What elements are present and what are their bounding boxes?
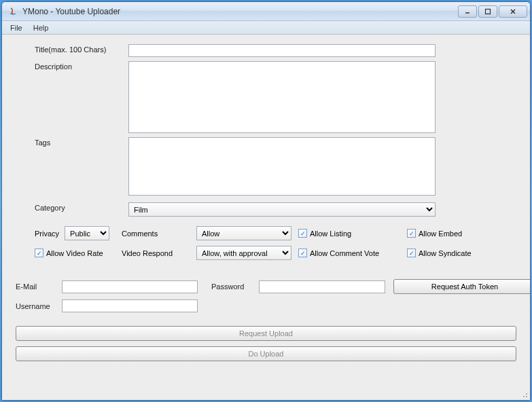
window-title: YMono - Youtube Uploader bbox=[22, 7, 458, 16]
title-input[interactable] bbox=[128, 44, 436, 57]
tags-input[interactable] bbox=[128, 137, 436, 196]
auth-section: E-Mail Password Request Auth Token Usern… bbox=[16, 279, 516, 312]
request-upload-button[interactable]: Request Upload bbox=[16, 326, 516, 341]
username-label: Username bbox=[16, 302, 62, 310]
do-upload-button[interactable]: Do Upload bbox=[16, 346, 516, 361]
category-select[interactable]: Film bbox=[128, 202, 436, 217]
email-label: E-Mail bbox=[16, 282, 62, 291]
tags-label: Tags bbox=[35, 137, 128, 147]
allow-embed-checkbox[interactable]: ✓ bbox=[407, 229, 416, 238]
description-input[interactable] bbox=[128, 61, 436, 133]
video-respond-label: Video Respond bbox=[122, 249, 196, 257]
description-label: Description bbox=[35, 61, 128, 71]
video-respond-select[interactable]: Allow, with approval bbox=[196, 246, 291, 260]
menu-file[interactable]: File bbox=[5, 22, 28, 33]
form-section: Title(max. 100 Chars) Description Tags C… bbox=[16, 44, 516, 260]
options-grid: Privacy Public Comments Allow ✓ Allow Li… bbox=[35, 226, 516, 260]
privacy-select[interactable]: Public bbox=[65, 226, 109, 240]
menubar: File Help bbox=[2, 21, 530, 35]
allow-comment-vote-label: Allow Comment Vote bbox=[310, 249, 379, 257]
resize-grip-icon[interactable] bbox=[518, 388, 528, 398]
close-button[interactable] bbox=[499, 5, 527, 18]
java-icon bbox=[7, 6, 18, 17]
comments-label: Comments bbox=[122, 230, 196, 238]
allow-embed-label: Allow Embed bbox=[419, 230, 462, 238]
allow-video-rate-label: Allow Video Rate bbox=[46, 249, 103, 257]
comments-select[interactable]: Allow bbox=[196, 226, 291, 240]
minimize-button[interactable] bbox=[458, 5, 477, 18]
allow-listing-checkbox[interactable]: ✓ bbox=[298, 229, 307, 238]
password-label: Password bbox=[211, 282, 259, 291]
request-auth-button[interactable]: Request Auth Token bbox=[393, 279, 531, 294]
allow-comment-vote-checkbox[interactable]: ✓ bbox=[298, 249, 307, 257]
allow-syndicate-checkbox[interactable]: ✓ bbox=[407, 249, 416, 257]
window-controls bbox=[458, 5, 527, 18]
allow-syndicate-label: Allow Syndicate bbox=[419, 249, 472, 257]
app-window: YMono - Youtube Uploader File Help Title… bbox=[1, 1, 531, 401]
maximize-button[interactable] bbox=[478, 5, 497, 18]
svg-point-6 bbox=[526, 393, 527, 395]
email-input[interactable] bbox=[62, 280, 198, 293]
menu-help[interactable]: Help bbox=[28, 22, 54, 33]
password-input[interactable] bbox=[259, 280, 385, 293]
username-input[interactable] bbox=[62, 299, 198, 312]
svg-point-5 bbox=[523, 396, 525, 397]
privacy-label: Privacy bbox=[35, 230, 59, 238]
content-area: Title(max. 100 Chars) Description Tags C… bbox=[2, 35, 530, 400]
svg-point-4 bbox=[526, 396, 527, 397]
allow-video-rate-checkbox[interactable]: ✓ bbox=[35, 249, 43, 257]
titlebar: YMono - Youtube Uploader bbox=[2, 2, 530, 21]
category-label: Category bbox=[35, 202, 128, 212]
title-label: Title(max. 100 Chars) bbox=[35, 44, 128, 54]
svg-rect-1 bbox=[486, 9, 491, 14]
allow-listing-label: Allow Listing bbox=[310, 230, 351, 238]
